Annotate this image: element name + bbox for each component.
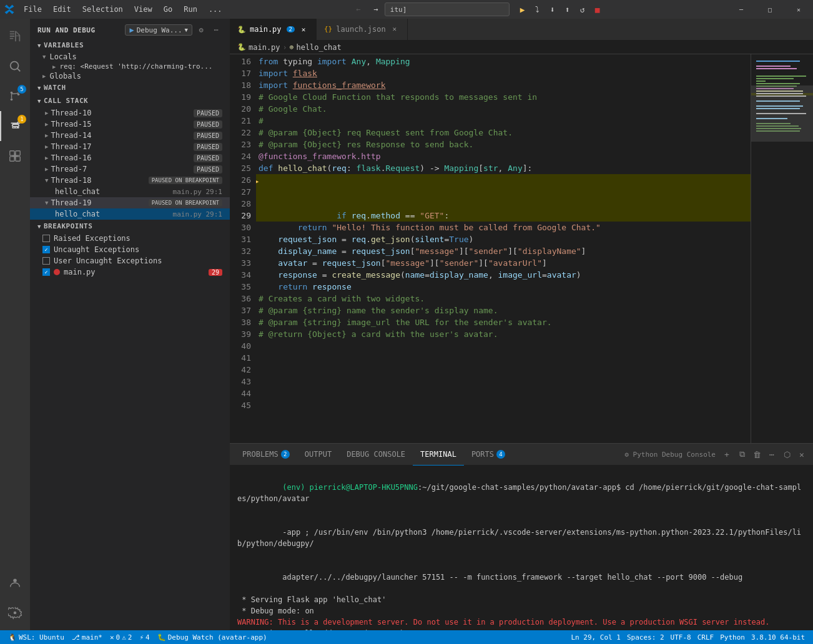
svg-rect-8 <box>16 157 20 161</box>
thread-7[interactable]: ▶ Thread-7 PAUSED <box>30 163 230 175</box>
ln-29: 29 <box>230 210 251 222</box>
tab-launch-json-close[interactable]: ✕ <box>390 24 400 34</box>
status-branch[interactable]: ⎇ main* <box>69 630 106 644</box>
bp-raised-checkbox[interactable] <box>42 235 50 242</box>
activity-bottom <box>0 568 30 628</box>
debug-step-into-btn[interactable]: ⬇ <box>546 2 559 16</box>
activity-explorer[interactable] <box>0 21 30 51</box>
menu-view[interactable]: View <box>129 2 157 16</box>
activity-search[interactable] <box>0 51 30 81</box>
bp-user-uncaught[interactable]: User Uncaught Exceptions <box>30 255 230 266</box>
status-right: Ln 29, Col 1 Spaces: 2 UTF-8 CRLF Python… <box>568 630 808 644</box>
bp-user-checkbox[interactable] <box>42 257 50 265</box>
debug-continue-btn[interactable]: ▶ <box>516 2 530 16</box>
debug-restart-btn[interactable]: ↺ <box>576 2 589 16</box>
thread-17[interactable]: ▶ Thread-17 PAUSED <box>30 141 230 152</box>
activity-settings[interactable] <box>0 598 30 628</box>
terminal-label: TERMINAL <box>420 450 456 459</box>
activity-account[interactable] <box>0 568 30 598</box>
thread-18-label: Thread-18 <box>51 176 91 185</box>
status-spaces[interactable]: Spaces: 2 <box>624 630 668 644</box>
panel-trash-btn[interactable]: 🗑 <box>751 448 763 461</box>
status-language[interactable]: Python <box>717 630 748 644</box>
thread-10[interactable]: ▶ Thread-10 PAUSED <box>30 107 230 119</box>
panel-split-btn[interactable]: ⧉ <box>736 448 748 461</box>
thread-16[interactable]: ▶ Thread-16 PAUSED <box>30 152 230 163</box>
watch-section-header[interactable]: ▼ WATCH <box>30 81 230 94</box>
debug-config-dropdown[interactable]: ▶ Debug Wa... ▼ <box>125 24 192 36</box>
code-line-34: display_name = request_json["message"]["… <box>256 245 751 257</box>
menu-file[interactable]: File <box>19 2 47 16</box>
menu-more[interactable]: ... <box>204 2 227 16</box>
panel-more-btn[interactable]: ⋯ <box>766 448 778 461</box>
status-python-version[interactable]: 3.8.10 64-bit <box>748 630 808 644</box>
term-line-1: (env) pierrick@LAPTOP-HKU5PNNG:~/git/goo… <box>237 471 806 515</box>
call-stack-header[interactable]: ▼ CALL STACK <box>30 94 230 107</box>
thread-18-frame[interactable]: hello_chat main.py 29:1 <box>30 186 230 197</box>
thread-15[interactable]: ▶ Thread-15 PAUSED <box>30 119 230 130</box>
activity-git[interactable]: 5 <box>0 81 30 111</box>
thread-19-frame[interactable]: hello_chat main.py 29:1 <box>30 208 230 220</box>
breakpoints-header[interactable]: ▼ BREAKPOINTS <box>30 220 230 233</box>
bp-main-py[interactable]: ✓ main.py 29 <box>30 266 230 278</box>
menu-bar: File Edit Selection View Go Run ... <box>19 2 227 16</box>
bp-mainpy-checkbox[interactable]: ✓ <box>42 268 50 276</box>
activity-debug[interactable]: 1 <box>0 111 30 141</box>
app-icon <box>0 0 19 19</box>
tab-launch-json[interactable]: {} launch.json ✕ <box>317 19 408 40</box>
tab-main-py-label: main.py <box>250 25 282 34</box>
status-position[interactable]: Ln 29, Col 1 <box>568 630 623 644</box>
bp-raised-label: Raised Exceptions <box>54 234 131 243</box>
python-debug-console-label: ⚙ Python Debug Console <box>624 451 716 459</box>
debug-step-over-btn[interactable]: ⤵ <box>531 2 544 16</box>
status-eol[interactable]: CRLF <box>694 630 717 644</box>
debug-step-out-btn[interactable]: ⬆ <box>561 2 574 16</box>
menu-run[interactable]: Run <box>179 2 202 16</box>
panel-close-btn[interactable]: ✕ <box>796 448 808 461</box>
variables-section-header[interactable]: ▼ VARIABLES <box>30 39 230 52</box>
status-wsl[interactable]: 🐧 WSL: Ubuntu <box>5 630 67 644</box>
thread-15-label: Thread-15 <box>51 120 91 129</box>
maximize-button[interactable]: □ <box>756 0 784 19</box>
status-sync[interactable]: ⚡ 4 <box>136 630 152 644</box>
globals-item[interactable]: ▶ Globals <box>30 71 230 81</box>
locals-item[interactable]: ▼ Locals <box>30 52 230 62</box>
back-button[interactable]: ← <box>350 2 367 16</box>
breadcrumb-function[interactable]: hello_chat <box>296 43 341 52</box>
tab-main-py-close[interactable]: ✕ <box>298 24 308 34</box>
window-controls: ─ □ ✕ <box>727 0 813 19</box>
panel-tab-debug-console[interactable]: DEBUG CONSOLE <box>339 444 413 466</box>
panel-add-btn[interactable]: + <box>721 448 733 461</box>
activity-extensions[interactable] <box>0 141 30 171</box>
panel-tab-terminal[interactable]: TERMINAL <box>413 444 464 466</box>
thread-18[interactable]: ▼ Thread-18 PAUSED ON BREAKPOINT <box>30 175 230 186</box>
status-debug-watch[interactable]: 🐛 Debug Watch (avatar-app) <box>154 630 270 644</box>
bp-raised-exceptions[interactable]: Raised Exceptions <box>30 233 230 244</box>
menu-selection[interactable]: Selection <box>77 2 128 16</box>
debug-more-btn[interactable]: ⋯ <box>210 24 222 36</box>
thread-14[interactable]: ▶ Thread-14 PAUSED <box>30 130 230 141</box>
minimize-button[interactable]: ─ <box>727 0 756 19</box>
close-button[interactable]: ✕ <box>784 0 813 19</box>
thread-19[interactable]: ▼ Thread-19 PAUSED ON BREAKPOINT <box>30 197 230 208</box>
bp-uncaught-checkbox[interactable]: ✓ <box>42 246 50 253</box>
tab-main-py[interactable]: 🐍 main.py 2 ✕ <box>230 19 317 40</box>
bp-uncaught-exceptions[interactable]: ✓ Uncaught Exceptions <box>30 244 230 255</box>
code-line-28: def hello_chat(req: flask.Request) -> Ma… <box>256 162 751 174</box>
terminal-content[interactable]: (env) pierrick@LAPTOP-HKU5PNNG:~/git/goo… <box>230 466 813 630</box>
breadcrumb-file[interactable]: main.py <box>249 43 280 52</box>
thread-7-toggle: ▶ <box>45 166 48 172</box>
status-errors[interactable]: ✕ 0 ⚠ 2 <box>107 630 136 644</box>
status-encoding[interactable]: UTF-8 <box>668 630 694 644</box>
debug-stop-btn[interactable]: ■ <box>591 2 604 16</box>
menu-go[interactable]: Go <box>159 2 177 16</box>
panel-tab-output[interactable]: OUTPUT <box>297 444 339 466</box>
debug-settings-btn[interactable]: ⚙ <box>195 24 207 36</box>
menu-edit[interactable]: Edit <box>48 2 76 16</box>
req-variable[interactable]: ▶ req: <Request 'http://charming-tro... <box>30 62 230 71</box>
forward-button[interactable]: → <box>367 2 385 16</box>
panel-tab-problems[interactable]: PROBLEMS 2 <box>235 444 297 466</box>
ln-38: 38 <box>230 316 251 328</box>
panel-tab-ports[interactable]: PORTS 4 <box>464 444 513 466</box>
panel-maximize-btn[interactable]: ⬡ <box>781 448 793 461</box>
